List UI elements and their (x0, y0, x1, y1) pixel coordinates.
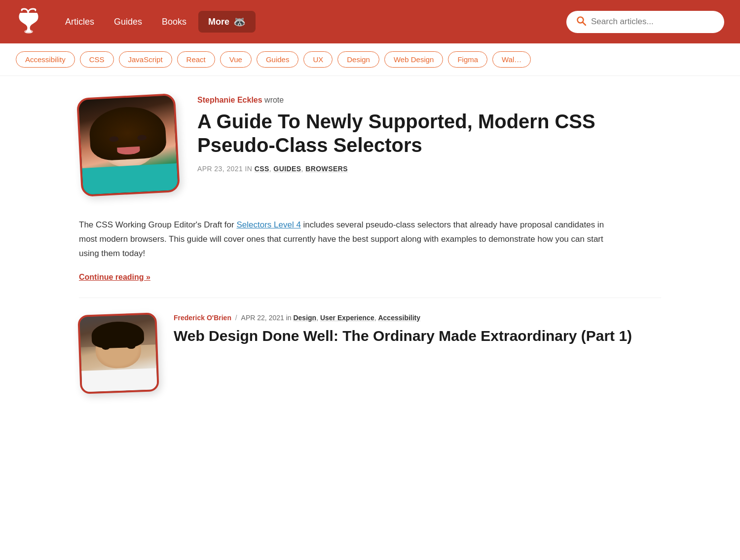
main-nav: Articles Guides Books More 🦝 (57, 11, 566, 33)
article-2-date: APR 22, 2021 (241, 314, 284, 322)
nav-more-label: More (208, 17, 229, 27)
tag-ux[interactable]: UX (303, 51, 333, 68)
article-1-body: Stephanie Eckles wrote A Guide To Newly … (197, 96, 661, 194)
tag-accessibility[interactable]: Accessibility (16, 51, 75, 68)
article-2-meta: Frederick O'Brien / APR 22, 2021 in Desi… (174, 314, 661, 322)
tag-javascript[interactable]: JavaScript (119, 51, 172, 68)
tag-vue[interactable]: Vue (220, 51, 252, 68)
tag-web-design[interactable]: Web Design (384, 51, 443, 68)
tag-css[interactable]: CSS (80, 51, 114, 68)
svg-point-0 (24, 30, 33, 34)
selectors-level-4-link[interactable]: Selectors Level 4 (236, 220, 300, 229)
tag-react[interactable]: React (177, 51, 215, 68)
article-1-cat-css[interactable]: CSS (255, 165, 269, 173)
article-2-in: in (286, 314, 294, 322)
search-input[interactable] (591, 17, 714, 27)
author-avatar-wrap-1 (79, 96, 178, 194)
site-header: Articles Guides Books More 🦝 (0, 0, 740, 43)
article-1-author-line: Stephanie Eckles wrote (197, 96, 661, 105)
tag-design[interactable]: Design (337, 51, 379, 68)
article-1-author-suffix: wrote (264, 96, 284, 104)
logo[interactable] (16, 7, 41, 37)
tag-guides[interactable]: Guides (257, 51, 299, 68)
author-avatar-2 (77, 312, 159, 394)
tag-more[interactable]: Wal… (492, 51, 531, 68)
nav-books[interactable]: Books (154, 13, 194, 31)
article-2-cat-ux[interactable]: User Experience (320, 314, 374, 322)
sep3: , (316, 314, 320, 322)
article-1-excerpt-wrap: The CSS Working Group Editor's Draft for… (79, 218, 622, 282)
article-1-excerpt: The CSS Working Group Editor's Draft for… (79, 218, 622, 261)
article-1-cat-guides[interactable]: Guides (273, 165, 301, 173)
search-container (566, 11, 724, 33)
article-2-title: Web Design Done Well: The Ordinary Made … (174, 327, 661, 345)
article-2-body: Frederick O'Brien / APR 22, 2021 in Desi… (174, 314, 661, 345)
article-1-meta: APR 23, 2021 in CSS, Guides, Browsers (197, 165, 661, 173)
search-icon (576, 16, 586, 28)
nav-guides[interactable]: Guides (106, 13, 150, 31)
article-1-author-link[interactable]: Stephanie Eckles (197, 96, 262, 104)
logo-icon (16, 7, 41, 37)
article-1-date: APR 23, 2021 (197, 165, 243, 173)
sep2: , (301, 165, 306, 173)
article-2-sep: / (235, 314, 239, 322)
article-1-title: A Guide To Newly Supported, Modern CSS P… (197, 110, 661, 157)
tag-figma[interactable]: Figma (448, 51, 487, 68)
article-1-cat-browsers[interactable]: Browsers (305, 165, 348, 173)
article-1-in: in (245, 165, 255, 173)
author-avatar-1 (76, 93, 180, 197)
featured-article: Stephanie Eckles wrote A Guide To Newly … (79, 96, 661, 194)
author-avatar-wrap-2 (79, 314, 158, 393)
article-2-cat-accessibility[interactable]: Accessibility (378, 314, 420, 322)
raccoon-icon: 🦝 (233, 16, 246, 28)
nav-more-button[interactable]: More 🦝 (198, 11, 256, 33)
article-2-cat-design[interactable]: Design (293, 314, 316, 322)
tag-bar: Accessibility CSS JavaScript React Vue G… (0, 43, 740, 76)
article-2: Frederick O'Brien / APR 22, 2021 in Desi… (79, 298, 661, 393)
search-box (566, 11, 724, 33)
continue-reading-link[interactable]: Continue reading » (79, 273, 150, 282)
main-content: Stephanie Eckles wrote A Guide To Newly … (49, 76, 691, 412)
svg-line-2 (583, 22, 586, 25)
article-2-author-link[interactable]: Frederick O'Brien (174, 314, 231, 322)
nav-articles[interactable]: Articles (57, 13, 102, 31)
